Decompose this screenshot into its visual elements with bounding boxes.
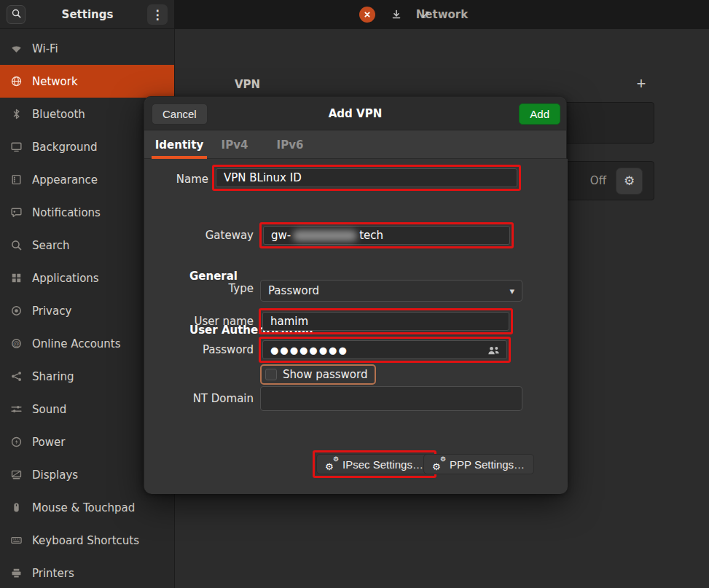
sidebar-item-label: Background [32, 141, 98, 154]
printer-icon [10, 567, 23, 579]
proxy-settings-button[interactable]: ⚙ [616, 168, 643, 195]
sidebar-item-label: Power [32, 436, 65, 449]
settings-window: Settings ⋮ Network Wi-FiNetworkBluetooth… [0, 0, 709, 588]
username-highlight: hamim [259, 308, 513, 334]
menu-button[interactable]: ⋮ [147, 4, 168, 25]
sidebar-item-label: Sound [32, 403, 66, 416]
bluetooth-icon [10, 108, 23, 120]
name-input[interactable]: VPN BLinux ID [216, 168, 517, 187]
password-storage-icon[interactable] [487, 344, 501, 356]
gateway-label: Gateway [144, 222, 254, 248]
nt-domain-label: NT Domain [144, 386, 254, 411]
kebab-menu-icon: ⋮ [152, 7, 164, 23]
search-icon [10, 239, 23, 251]
close-icon[interactable] [359, 7, 375, 23]
nt-domain-input[interactable] [260, 386, 522, 411]
power-icon [10, 436, 23, 448]
type-select-value: Password [268, 284, 319, 297]
add-vpn-button[interactable]: + [631, 74, 651, 94]
window-header: Network [175, 0, 709, 29]
tab-ipv4[interactable]: IPv4 [207, 130, 262, 159]
tab-identity[interactable]: Identity [152, 130, 207, 159]
notifications-icon [10, 206, 23, 219]
sidebar-item-wifi[interactable]: Wi-Fi [0, 32, 174, 65]
sidebar-item-label: Notifications [32, 206, 101, 219]
privacy-icon [10, 305, 23, 317]
displays-icon [10, 469, 23, 481]
sidebar-item-printers[interactable]: Printers [0, 557, 174, 588]
type-label: Type [144, 278, 254, 299]
gear-icon: ⚙ [624, 174, 635, 188]
username-input[interactable]: hamim [262, 312, 509, 331]
titlebar: Settings ⋮ Network [0, 0, 709, 29]
sidebar-item-label: Bluetooth [32, 108, 85, 121]
gateway-value-prefix: gw- [271, 229, 291, 242]
applications-grid-icon [10, 272, 23, 284]
ppp-settings-button[interactable]: ⚙⚙ PPP Settings… [423, 454, 534, 474]
sharing-icon [10, 370, 23, 383]
sound-icon [10, 403, 23, 415]
gateway-value-suffix: tech [359, 229, 383, 242]
password-label: Password [144, 337, 254, 363]
sidebar-item-label: Keyboard Shortcuts [32, 534, 139, 547]
cancel-button[interactable]: Cancel [152, 103, 208, 125]
password-masked-value: ●●●●●●●● [270, 345, 348, 356]
download-icon[interactable] [391, 9, 402, 20]
proxy-state-label: Off [590, 174, 606, 187]
sidebar-item-label: Sharing [32, 370, 74, 383]
chevron-down-icon: ▾ [509, 286, 514, 297]
window-title: Network [175, 0, 709, 29]
vpn-section-title: VPN [235, 78, 260, 91]
show-password-label: Show password [283, 368, 367, 381]
tab-ipv6[interactable]: IPv6 [262, 130, 318, 159]
appearance-icon [10, 173, 23, 186]
sidebar-item-label: Appearance [32, 173, 98, 187]
password-input[interactable]: ●●●●●●●● [262, 340, 507, 359]
dialog-body: Name VPN BLinux ID General Gateway gw-te… [144, 159, 568, 494]
svg-text:@: @ [13, 340, 20, 347]
dialog-header: Add VPN Cancel Add [144, 97, 566, 130]
username-label: User name [144, 308, 254, 334]
show-password-checkbox[interactable] [265, 369, 277, 380]
wifi-icon [10, 42, 23, 55]
dialog-title: Add VPN [144, 97, 566, 130]
sidebar-item-keyboard[interactable]: Keyboard Shortcuts [0, 524, 174, 557]
network-globe-icon [10, 75, 23, 87]
gateway-highlight: gw-tech [259, 222, 514, 248]
ppp-wrap: ⚙⚙ PPP Settings… [423, 454, 534, 474]
sidebar-item-label: Network [32, 75, 78, 88]
resize-icon[interactable] [420, 9, 431, 20]
gears-icon: ⚙⚙ [326, 458, 337, 470]
name-label: Name [144, 166, 208, 192]
sidebar-item-label: Privacy [32, 305, 71, 318]
ipsec-settings-button[interactable]: ⚙⚙ IPsec Settings… [316, 454, 433, 474]
background-icon [10, 141, 23, 153]
add-button[interactable]: Add [519, 103, 560, 125]
search-button[interactable] [7, 5, 26, 24]
sidebar-item-label: Printers [32, 567, 74, 580]
sidebar-item-mouse[interactable]: Mouse & Touchpad [0, 491, 174, 524]
search-icon [11, 8, 22, 21]
add-vpn-dialog: Add VPN Cancel Add IdentityIPv4IPv6 Name… [144, 96, 567, 493]
sidebar-header: Settings ⋮ [0, 0, 175, 29]
dialog-tabbar: IdentityIPv4IPv6 [144, 130, 566, 159]
ipsec-highlight: ⚙⚙ IPsec Settings… [313, 450, 436, 478]
mouse-icon [10, 501, 23, 514]
name-highlight: VPN BLinux ID [212, 165, 521, 191]
sidebar-item-label: Mouse & Touchpad [32, 501, 135, 514]
sidebar-item-label: Wi-Fi [32, 42, 58, 55]
password-highlight: ●●●●●●●● [259, 337, 511, 363]
keyboard-icon [10, 534, 23, 546]
type-select[interactable]: Password ▾ [260, 280, 522, 302]
gateway-redacted-blur [293, 230, 357, 241]
sidebar-item-label: Applications [32, 272, 99, 285]
sidebar-item-label: Search [32, 239, 70, 252]
gateway-input[interactable]: gw-tech [263, 226, 510, 245]
online-accounts-icon: @ [10, 337, 23, 350]
show-password-highlight: Show password [260, 364, 376, 385]
sidebar-item-label: Displays [32, 469, 78, 482]
gears-icon: ⚙⚙ [433, 458, 444, 470]
sidebar-item-network[interactable]: Network [0, 65, 174, 98]
sidebar-item-label: Online Accounts [32, 337, 121, 350]
